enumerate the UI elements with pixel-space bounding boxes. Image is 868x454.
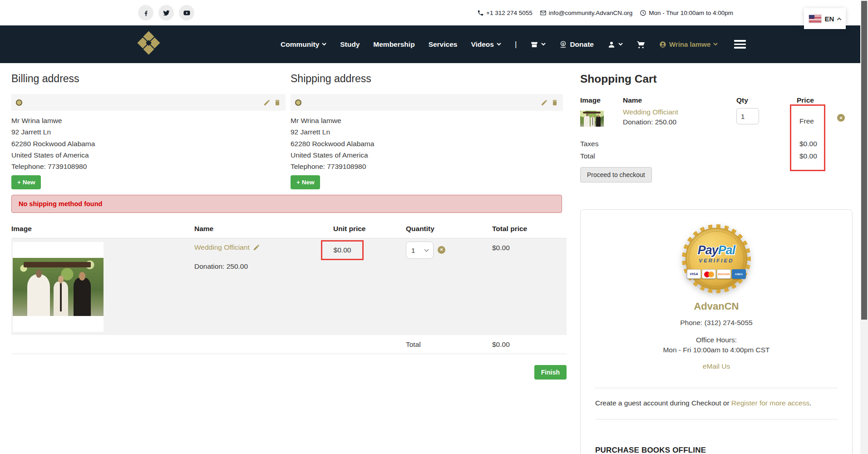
billing-delete-icon[interactable] — [274, 99, 281, 106]
cart-total-label: Total — [580, 152, 595, 160]
purchase-books-heading: PURCHASE BOOKS OFFLINE — [595, 446, 838, 454]
social-links — [138, 5, 194, 20]
taxes-label: Taxes — [580, 140, 599, 148]
quantity-select[interactable]: 1 — [406, 242, 434, 259]
nav-item-videos[interactable]: Videos — [471, 40, 501, 49]
store-info-card: PayPal VERIFIED VISA DISCOVER AMEX Advan… — [580, 209, 853, 454]
nav-item-cart[interactable] — [636, 40, 646, 49]
shipping-title: Shipping address — [291, 73, 563, 85]
facebook-icon[interactable] — [138, 5, 153, 20]
discover-icon: DISCOVER — [717, 269, 731, 279]
checkout-main: Billing address Mr Wrina lamwe 92 Jarret… — [11, 73, 567, 380]
billing-new-button[interactable]: + New — [11, 175, 41, 189]
hamburger-icon[interactable] — [734, 40, 746, 49]
site-logo[interactable] — [137, 32, 161, 57]
billing-country: United States of America — [11, 149, 286, 161]
col-total-price: Total price — [492, 225, 567, 233]
envelope-icon — [540, 10, 547, 16]
email-contact: info@community.AdvanCN.org — [540, 10, 633, 16]
logged-in-user[interactable]: Wrina lamwe — [659, 40, 718, 48]
product-donation: Donation: 250.00 — [194, 262, 333, 271]
main-navbar: Community Study Membership Services Vide… — [0, 25, 868, 63]
donate-icon: $ — [559, 40, 567, 48]
total-row: Total $0.00 — [580, 150, 853, 163]
twitter-icon[interactable] — [158, 5, 174, 20]
billing-phone: Telephone: 7739108980 — [11, 161, 286, 172]
billing-name: Mr Wrina lamwe — [11, 115, 286, 126]
billing-edit-icon[interactable] — [263, 99, 271, 106]
user-circle-icon — [659, 41, 666, 48]
finish-button[interactable]: Finish — [534, 365, 567, 380]
cart-icon — [636, 40, 646, 49]
cart-item-row: Wedding Officiant Donation: 250.00 Free — [580, 108, 853, 138]
billing-address-radio[interactable] — [16, 99, 22, 106]
nav-item-membership[interactable]: Membership — [373, 40, 414, 49]
phone-icon — [477, 10, 484, 16]
org-name: AdvanCN — [595, 301, 838, 312]
shipping-country: United States of America — [291, 149, 563, 161]
taxes-row: Taxes $0.00 — [580, 138, 853, 150]
cart-total-value: $0.00 — [799, 152, 817, 160]
nav-item-services[interactable]: Services — [429, 40, 458, 49]
proceed-to-checkout-button[interactable]: Proceed to checkout — [580, 167, 652, 183]
guest-suffix: . — [809, 399, 811, 407]
card-logos: VISA DISCOVER AMEX — [687, 269, 746, 279]
quantity-value: 1 — [411, 247, 415, 254]
billing-street: 92 Jarrett Ln — [11, 126, 286, 138]
language-selector[interactable]: EN — [804, 8, 846, 29]
billing-address-text: Mr Wrina lamwe 92 Jarrett Ln 62280 Rockw… — [11, 115, 286, 172]
nav-item-account[interactable] — [607, 40, 623, 49]
page-scrollbar[interactable] — [860, 0, 868, 454]
shipping-edit-icon[interactable] — [541, 99, 548, 106]
youtube-icon[interactable] — [179, 5, 194, 20]
cart-qty-input[interactable] — [736, 108, 759, 124]
cart-header: Image Name Qty Price — [580, 96, 853, 104]
cart-item-image — [580, 111, 604, 127]
unit-price-value: $0.00 — [334, 246, 351, 254]
nav-label-donate: Donate — [570, 40, 594, 49]
remove-item-icon[interactable]: ✕ — [438, 246, 445, 254]
unit-price-highlight: $0.00 — [321, 240, 364, 260]
visa-icon: VISA — [687, 269, 701, 279]
scrollbar-thumb[interactable] — [861, 1, 867, 320]
col-quantity: Quantity — [406, 225, 492, 233]
product-edit-icon[interactable] — [253, 244, 260, 251]
guest-account-text: Create a guest account during Checkout o… — [595, 399, 838, 407]
register-link[interactable]: Register for more access — [731, 399, 809, 407]
nav-item-donate[interactable]: $ Donate — [559, 40, 594, 49]
paypal-logo: PayPal — [698, 243, 735, 257]
nav-label-membership: Membership — [373, 40, 414, 49]
cart-col-price: Price — [797, 96, 853, 104]
line-total-value: $0.00 — [492, 238, 567, 335]
cart-remove-icon[interactable]: ✕ — [837, 114, 845, 122]
shipping-alert: No shipping method found — [11, 195, 562, 213]
cart-col-qty: Qty — [736, 96, 797, 104]
product-name-link[interactable]: Wedding Officiant — [194, 243, 250, 252]
guest-text: Create a guest account during Checkout o… — [595, 399, 730, 407]
paypal-verified-badge: PayPal VERIFIED VISA DISCOVER AMEX — [682, 224, 751, 293]
office-hours-top: Mon - Thur 10:00am to 4:00pm — [649, 10, 733, 16]
shipping-delete-icon[interactable] — [551, 99, 558, 106]
shipping-phone: Telephone: 7739108980 — [291, 161, 563, 172]
shipping-new-button[interactable]: + New — [291, 175, 320, 189]
nav-item-store[interactable] — [530, 40, 546, 49]
user-name: Wrina lamwe — [669, 40, 710, 48]
office-hours-value: Mon - Fri 10:00am to 4:00pm CST — [595, 346, 838, 354]
nav-label-community: Community — [281, 40, 319, 49]
shipping-name: Mr Wrina lamwe — [291, 115, 563, 126]
chevron-down-icon — [713, 43, 718, 46]
shipping-street: 92 Jarrett Ln — [291, 126, 563, 138]
nav-item-study[interactable]: Study — [340, 40, 360, 49]
nav-label-study: Study — [340, 40, 360, 49]
paypal-verified-label: VERIFIED — [699, 258, 734, 263]
shipping-address-radio[interactable] — [295, 99, 301, 106]
order-table-header: Image Name Unit price Quantity Total pri… — [11, 225, 567, 238]
office-hours-label: Office Hours: — [595, 336, 838, 344]
cart-item-name-link[interactable]: Wedding Officiant — [623, 108, 736, 116]
col-unit-price: Unit price — [333, 225, 406, 233]
email-us-link[interactable]: eMail Us — [703, 362, 730, 370]
nav-item-community[interactable]: Community — [281, 40, 326, 49]
chevron-down-icon — [322, 43, 326, 46]
nav-label-videos: Videos — [471, 40, 494, 49]
amex-icon: AMEX — [732, 269, 746, 279]
